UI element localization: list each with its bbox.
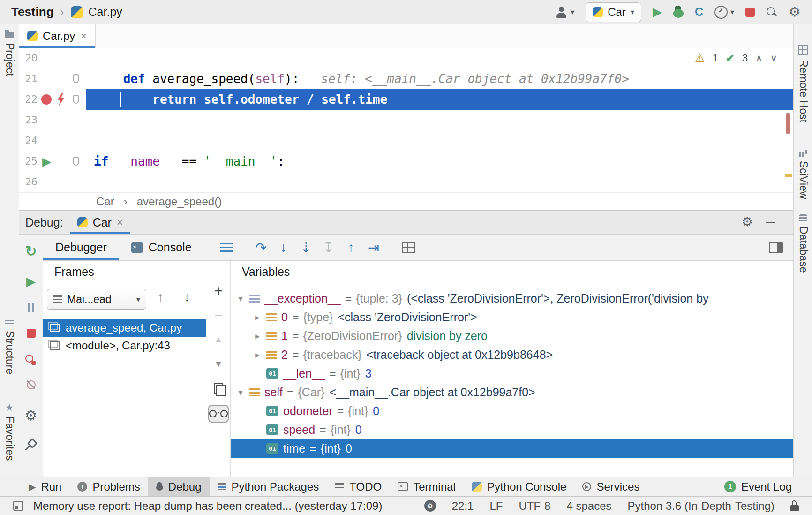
next-problem-button[interactable]: ∨ <box>770 53 777 64</box>
move-watch-up-button[interactable]: ▲ <box>206 330 231 349</box>
stop-button[interactable] <box>19 324 43 342</box>
chevron-down-icon[interactable]: ▾ <box>234 387 247 398</box>
run-with-coverage-button[interactable]: C <box>695 5 703 19</box>
variable-row[interactable]: 01 speed = {int} 0 <box>231 420 793 439</box>
sidebar-item-remote-host[interactable]: Remote Host <box>794 45 812 122</box>
file-encoding[interactable]: UTF-8 <box>519 500 550 513</box>
restore-layout-button[interactable] <box>769 242 783 253</box>
breakpoint-icon[interactable] <box>41 94 52 105</box>
toolwindow-tab-run[interactable]: ▶ Run <box>21 477 69 496</box>
sidebar-item-project[interactable]: Project <box>0 32 19 76</box>
gutter[interactable]: 22 <box>19 89 86 110</box>
layout-options-button[interactable] <box>220 243 233 252</box>
caret-position[interactable]: 22:1 <box>452 500 474 513</box>
chevron-right-icon[interactable]: ▸ <box>251 349 263 360</box>
search-everywhere-button[interactable] <box>766 7 777 18</box>
mute-breakpoints-button[interactable] <box>19 375 43 394</box>
toolwindow-tab-terminal[interactable]: Terminal <box>390 477 464 496</box>
sidebar-item-database[interactable]: Database <box>794 214 812 273</box>
gutter[interactable]: 21 <box>19 68 86 89</box>
debug-session-tab[interactable]: Car × <box>70 211 131 234</box>
python-interpreter[interactable]: Python 3.6 (In-Depth-Testing) <box>628 500 775 513</box>
run-to-cursor-button[interactable]: ⇥ <box>362 240 385 256</box>
background-tasks-icon[interactable]: ⚙ <box>424 500 436 512</box>
chevron-down-icon[interactable]: ▾ <box>234 293 247 304</box>
duplicate-watch-button[interactable] <box>206 379 231 398</box>
gutter[interactable]: 20 <box>19 48 86 68</box>
scrollbar-error-mark[interactable] <box>786 113 790 134</box>
hide-toolwindow-button[interactable] <box>766 222 775 223</box>
tab-console[interactable]: Console <box>119 235 204 260</box>
stop-button[interactable] <box>745 8 755 17</box>
previous-frame-button[interactable]: ↑ <box>158 290 164 304</box>
settings-button[interactable]: ⚙ <box>789 5 801 19</box>
variable-row[interactable]: 01 __len__ = {int} 3 <box>231 364 793 383</box>
run-configuration-select[interactable]: Car ▾ <box>586 2 641 22</box>
view-breakpoints-button[interactable] <box>19 351 43 370</box>
step-into-button[interactable]: ↓ <box>272 240 295 255</box>
breadcrumb-method[interactable]: average_speed() <box>137 195 222 208</box>
chevron-right-icon[interactable]: ▸ <box>251 312 263 323</box>
gutter[interactable]: 25 ▶ <box>19 151 86 172</box>
frame-row[interactable]: <module>, Car.py:43 <box>43 337 206 355</box>
rerun-button[interactable]: ↻ <box>19 242 43 261</box>
variable-row-selected[interactable]: 01 time = {int} 0 <box>231 439 793 458</box>
toolwindow-toggle-icon[interactable] <box>13 501 23 511</box>
debug-button[interactable] <box>673 6 684 18</box>
debug-settings-button[interactable]: ⚙ <box>742 216 753 228</box>
profiler-button[interactable]: ▾ <box>714 6 734 19</box>
previous-problem-button[interactable]: ∧ <box>755 53 762 64</box>
variable-row[interactable]: ▸ 2 = {traceback} <traceback object at 0… <box>231 345 793 364</box>
variable-row[interactable]: ▸ 1 = {ZeroDivisionError} division by ze… <box>231 326 793 345</box>
toolwindow-tab-problems[interactable]: ! Problems <box>69 477 148 496</box>
remove-watch-button[interactable]: − <box>206 306 231 325</box>
variable-row[interactable]: ▸ 0 = {type} <class 'ZeroDivisionError'> <box>231 308 793 326</box>
add-watch-button[interactable]: + <box>206 281 231 300</box>
close-icon[interactable]: × <box>80 30 86 43</box>
inspections-widget[interactable]: ⚠ 1 ✔ 3 ∧ ∨ <box>695 52 777 65</box>
status-message[interactable]: Memory use report: Heap dump has been cr… <box>33 500 382 513</box>
tab-car-py[interactable]: Car.py × <box>19 24 96 48</box>
gutter[interactable]: 23 <box>19 110 86 130</box>
move-watch-down-button[interactable]: ▼ <box>206 355 231 373</box>
force-step-into-button[interactable]: ↧ <box>317 240 340 256</box>
pause-button[interactable] <box>19 298 43 317</box>
sidebar-item-sciview[interactable]: SciView <box>794 149 812 199</box>
evaluate-grid-button[interactable] <box>402 242 415 253</box>
toolwindow-tab-python-packages[interactable]: Python Packages <box>210 477 327 496</box>
toolwindow-tab-event-log[interactable]: 1 Event Log <box>716 477 800 496</box>
frame-row[interactable]: average_speed, Car.py <box>43 319 206 337</box>
sidebar-item-favorites[interactable]: ★ Favorites <box>0 402 19 461</box>
toolwindow-tab-python-console[interactable]: Python Console <box>464 477 574 496</box>
thread-select[interactable]: Mai...ead ▾ <box>47 289 146 310</box>
scrollbar-warning-mark[interactable] <box>785 174 792 177</box>
next-frame-button[interactable]: ↓ <box>184 290 190 304</box>
variable-row[interactable]: 01 odometer = {int} 0 <box>231 401 793 420</box>
close-icon[interactable]: × <box>117 216 123 229</box>
chevron-right-icon[interactable]: ▸ <box>251 331 263 341</box>
fold-marker-icon[interactable] <box>73 95 79 104</box>
debugger-settings-button[interactable]: ⚙ <box>19 406 43 425</box>
step-out-button[interactable]: ↑ <box>340 240 362 255</box>
step-into-my-code-button[interactable]: ⇣ <box>295 240 317 256</box>
gutter[interactable]: 26 <box>19 172 86 192</box>
breadcrumb-class[interactable]: Car <box>96 195 114 208</box>
line-ending[interactable]: LF <box>489 500 503 513</box>
toolwindow-tab-todo[interactable]: TODO <box>327 477 390 496</box>
resume-button[interactable]: ▶ <box>19 272 43 291</box>
fold-marker-icon[interactable] <box>73 74 79 83</box>
variable-row[interactable]: ▾ self = {Car} <__main__.Car object at 0… <box>231 383 793 401</box>
pin-tab-button[interactable] <box>19 436 43 454</box>
toolwindow-tab-services[interactable]: ▶ Services <box>574 477 647 496</box>
tab-debugger[interactable]: Debugger <box>43 235 119 260</box>
sidebar-item-structure[interactable]: Structure <box>0 320 19 374</box>
vcs-user-button[interactable]: ▾ <box>556 7 574 18</box>
toolwindow-tab-debug[interactable]: Debug <box>148 477 210 496</box>
run-button[interactable]: ▶ <box>653 5 662 19</box>
show-watches-toggle[interactable] <box>206 404 231 423</box>
run-line-icon[interactable]: ▶ <box>42 151 51 172</box>
step-over-button[interactable]: ↷ <box>250 240 272 256</box>
fold-marker-icon[interactable] <box>73 157 79 166</box>
lock-icon[interactable] <box>790 500 799 511</box>
variable-row[interactable]: ▾ __exception__ = {tuple: 3} (<class 'Ze… <box>231 289 793 308</box>
